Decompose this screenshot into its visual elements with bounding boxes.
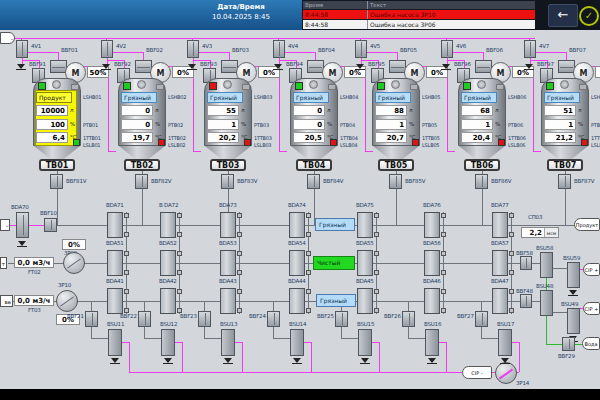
tank-name[interactable]: TB05: [378, 159, 414, 171]
tank-outlet-valve[interactable]: [558, 174, 571, 189]
tank-name[interactable]: TB03: [210, 159, 246, 171]
manifold-valve[interactable]: [220, 212, 236, 238]
valve-port: [374, 213, 379, 218]
manifold-valve[interactable]: [289, 288, 305, 314]
spray-unit[interactable]: [540, 290, 553, 316]
inlet-valve[interactable]: [16, 40, 28, 58]
sensor-label: LSHB01: [83, 94, 101, 100]
tank-name[interactable]: TB04: [296, 159, 332, 171]
valve-port: [237, 232, 242, 237]
tank-name[interactable]: TB07: [547, 159, 583, 171]
bottom-valve[interactable]: [138, 311, 151, 327]
feed-valve[interactable]: [44, 218, 57, 232]
alarm-row[interactable]: 8:44:58 Ошибка насоса 3Р10: [303, 10, 535, 20]
inlet-valve[interactable]: [355, 40, 367, 58]
manifold-valve[interactable]: [424, 250, 440, 276]
manifold-valve[interactable]: [107, 250, 123, 276]
alarm-row[interactable]: 8:44:58 Ошибка насоса 3Р06: [303, 20, 535, 30]
tank-name[interactable]: TB02: [124, 159, 160, 171]
tank-vent-icon: [391, 80, 400, 89]
inlet-valve[interactable]: [441, 40, 453, 58]
pump-3p09[interactable]: [63, 252, 85, 274]
spray-unit[interactable]: [290, 329, 304, 356]
spray-unit[interactable]: [498, 329, 512, 356]
tank-outlet-valve[interactable]: [50, 174, 63, 189]
pump-speed-value: 0%: [62, 239, 86, 250]
pipe: [143, 52, 144, 60]
valve-label: BBF95: [368, 61, 385, 67]
manifold-valve[interactable]: [160, 288, 176, 314]
tank-outlet-valve[interactable]: [135, 174, 148, 189]
tank-outlet-valve[interactable]: [221, 174, 234, 189]
spray-unit[interactable]: [425, 329, 439, 356]
manifold-valve[interactable]: [424, 288, 440, 314]
spray-unit[interactable]: [358, 329, 372, 356]
spray-unit[interactable]: [108, 329, 122, 356]
manifold-valve[interactable]: [289, 212, 305, 238]
manifold-valve[interactable]: [289, 250, 305, 276]
spray-unit[interactable]: [221, 329, 235, 356]
spray-unit[interactable]: [540, 252, 553, 278]
manifold-valve[interactable]: [424, 212, 440, 238]
bottom-valve[interactable]: [335, 311, 348, 327]
bottom-valve[interactable]: [198, 311, 211, 327]
manifold-valve[interactable]: [220, 288, 236, 314]
manifold-valve[interactable]: [357, 250, 373, 276]
pipe: [519, 342, 520, 372]
spray-unit[interactable]: [567, 262, 580, 288]
pipe: [273, 338, 290, 339]
alarm-table[interactable]: Время Текст 8:44:58 Ошибка насоса 3Р10 8…: [303, 1, 535, 29]
tank-name[interactable]: TB01: [39, 159, 75, 171]
manifold-valve[interactable]: [492, 250, 508, 276]
water-valve[interactable]: [562, 337, 575, 351]
inlet-valve[interactable]: [101, 40, 113, 58]
bottom-valve[interactable]: [85, 311, 98, 327]
water-tag: Вода: [582, 337, 600, 350]
drain-arrow-icon: [164, 358, 173, 366]
volume-unit: л: [327, 107, 330, 113]
alarm-col-text: Текст: [368, 1, 535, 9]
pipe: [273, 327, 274, 338]
inlet-valve[interactable]: [524, 40, 536, 58]
spray-unit[interactable]: [161, 329, 175, 356]
bottom-valve[interactable]: [402, 311, 415, 327]
bottom-valve[interactable]: [267, 311, 280, 327]
pipe: [575, 344, 582, 345]
back-button[interactable]: ←: [548, 4, 578, 27]
tank-outlet-valve[interactable]: [389, 174, 402, 189]
valve-port: [177, 289, 182, 294]
manifold-valve[interactable]: [492, 212, 508, 238]
percent-unit: %: [578, 121, 583, 127]
volume-unit: л: [155, 107, 158, 113]
pipe: [439, 342, 447, 343]
pump-3p10[interactable]: [56, 290, 78, 312]
manifold-valve[interactable]: [107, 288, 123, 314]
tank-outlet-valve[interactable]: [475, 174, 488, 189]
pipe: [447, 66, 448, 152]
tank-name[interactable]: TB06: [464, 159, 500, 171]
manifold-valve[interactable]: [220, 250, 236, 276]
sensor-label: LSLB03: [254, 142, 271, 148]
tank-temperature-value: 6,4: [36, 132, 68, 143]
inlet-valve[interactable]: [187, 40, 199, 58]
valve-port: [237, 308, 242, 313]
manifold-valve[interactable]: [160, 212, 176, 238]
dirty-branch-valve[interactable]: [520, 294, 532, 308]
acknowledge-button[interactable]: ✓: [579, 6, 599, 26]
clean-branch-valve[interactable]: [520, 256, 532, 270]
manifold-valve[interactable]: [357, 212, 373, 238]
tank-outlet-valve[interactable]: [307, 174, 320, 189]
inlet-valve[interactable]: [273, 40, 285, 58]
pipe: [15, 38, 535, 39]
sensor-label: 1TTB06: [508, 135, 526, 141]
manifold-valve[interactable]: [357, 288, 373, 314]
bottom-valve[interactable]: [475, 311, 488, 327]
manifold-valve[interactable]: [160, 250, 176, 276]
spray-unit[interactable]: [567, 308, 580, 334]
sensor-label: PTB01: [83, 122, 98, 128]
manifold-valve[interactable]: [492, 288, 508, 314]
manifold-valve[interactable]: [107, 212, 123, 238]
tank-content-label: Грязный: [121, 92, 157, 103]
drain-valve[interactable]: [16, 212, 29, 238]
pipe: [311, 342, 312, 372]
